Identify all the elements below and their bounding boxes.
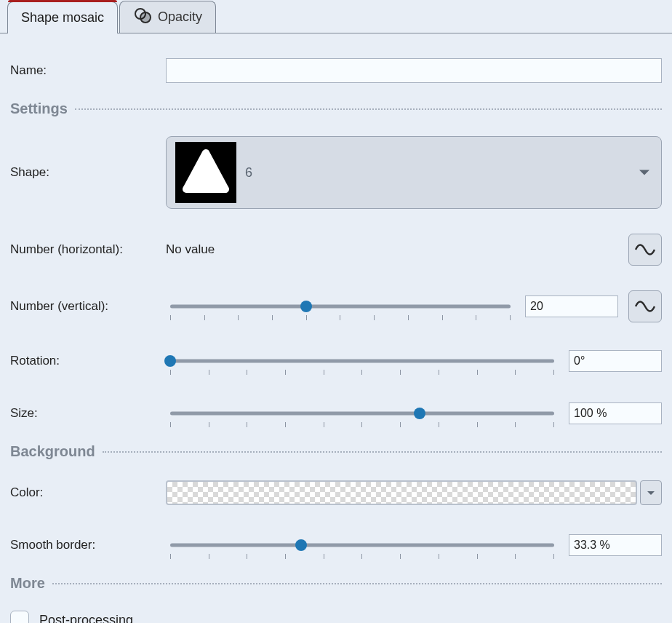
section-background: Background <box>10 443 662 460</box>
rotation-input[interactable] <box>569 351 672 371</box>
post-processing-row: Post-processing <box>10 611 662 623</box>
tab-opacity[interactable]: Opacity <box>119 1 216 33</box>
number-horizontal-value: No value <box>166 242 215 257</box>
size-slider[interactable] <box>166 404 559 423</box>
shape-label: Shape: <box>10 165 166 180</box>
name-label: Name: <box>10 63 166 78</box>
tab-label: Opacity <box>158 9 202 25</box>
size-row: Size: <box>10 400 662 427</box>
section-settings: Settings <box>10 100 662 117</box>
smooth-border-label: Smooth border: <box>10 538 166 552</box>
tab-strip: Shape mosaic Opacity <box>0 0 672 33</box>
section-rule <box>103 451 662 453</box>
number-vertical-spinner[interactable] <box>525 295 618 317</box>
size-spinner[interactable] <box>569 402 662 424</box>
shape-thumb <box>175 142 236 203</box>
number-horizontal-label: Number (horizontal): <box>10 242 166 257</box>
section-rule <box>52 583 662 584</box>
size-input[interactable] <box>569 403 672 424</box>
section-title: Settings <box>10 100 68 117</box>
chevron-down-icon <box>639 170 649 175</box>
content: Name: Settings Shape: <box>0 33 672 623</box>
number-horizontal-row: Number (horizontal): No value <box>10 234 662 266</box>
opacity-icon <box>133 7 152 27</box>
shape-row: Shape: 6 <box>10 136 662 209</box>
smooth-border-row: Smooth border: <box>10 531 662 559</box>
shape-caption: 6 <box>245 165 252 180</box>
color-swatch[interactable] <box>166 480 637 505</box>
post-processing-checkbox[interactable] <box>10 611 29 623</box>
color-label: Color: <box>10 485 166 500</box>
rotation-row: Rotation: <box>10 347 662 375</box>
section-title: Background <box>10 443 95 460</box>
size-label: Size: <box>10 406 166 421</box>
triangle-icon <box>182 148 230 197</box>
color-row: Color: <box>10 479 662 507</box>
name-row: Name: <box>10 57 662 84</box>
smooth-border-slider[interactable] <box>166 536 559 555</box>
color-dropdown-button[interactable] <box>640 480 662 505</box>
post-processing-label: Post-processing <box>39 613 133 624</box>
name-input[interactable] <box>166 58 662 83</box>
svg-point-1 <box>140 12 151 23</box>
rotation-label: Rotation: <box>10 354 166 368</box>
shape-dropdown[interactable]: 6 <box>166 136 662 209</box>
section-rule <box>75 108 662 110</box>
tab-label: Shape mosaic <box>21 10 104 25</box>
wave-button-vertical[interactable] <box>628 290 662 322</box>
tab-shape-mosaic[interactable]: Shape mosaic <box>7 1 118 33</box>
rotation-spinner[interactable] <box>569 350 662 372</box>
shape-mosaic-panel: Shape mosaic Opacity Name: Settings <box>0 0 672 623</box>
wave-button-horizontal[interactable] <box>628 234 662 266</box>
section-title: More <box>10 575 45 592</box>
smooth-border-spinner[interactable] <box>569 534 662 556</box>
rotation-slider[interactable] <box>166 352 559 370</box>
number-vertical-slider[interactable] <box>166 297 515 316</box>
number-vertical-row: Number (vertical): <box>10 290 662 322</box>
smooth-border-input[interactable] <box>569 535 672 555</box>
number-vertical-label: Number (vertical): <box>10 299 166 314</box>
section-more: More <box>10 575 662 592</box>
